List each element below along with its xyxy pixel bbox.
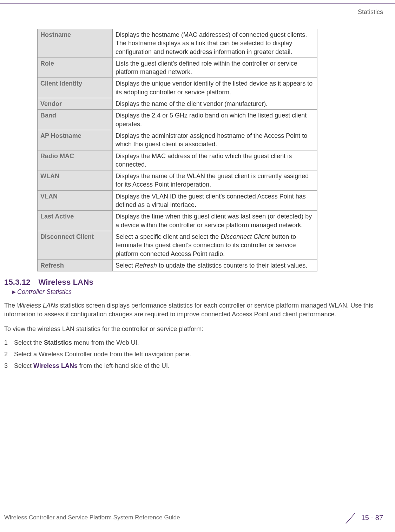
- footer-rule: [4, 508, 383, 508]
- term: Band: [38, 110, 113, 130]
- table-row: Refresh Select Refresh to update the sta…: [38, 260, 317, 271]
- definition: Displays the VLAN ID the guest client's …: [113, 190, 317, 211]
- step-item: Select a Wireless Controller node from t…: [4, 349, 391, 360]
- definition: Select a specific client and select the …: [113, 231, 317, 260]
- section-title: Wireless LANs: [38, 278, 93, 287]
- definition: Select Refresh to update the statistics …: [113, 260, 317, 271]
- page-number: 15 - 87: [345, 512, 383, 524]
- term: VLAN: [38, 190, 113, 211]
- term: WLAN: [38, 170, 113, 191]
- step-item: Select Wireless LANs from the left-hand …: [4, 360, 391, 372]
- definition: Displays the administrator assigned host…: [113, 130, 317, 150]
- term: Vendor: [38, 98, 113, 110]
- term: Refresh: [38, 260, 113, 271]
- running-head: Statistics: [358, 8, 383, 16]
- term: Disconnect Client: [38, 231, 113, 260]
- table-row: Radio MAC Displays the MAC address of th…: [38, 150, 317, 170]
- definition: Displays the time when this guest client…: [113, 211, 317, 231]
- table-row: AP Hostname Displays the administrator a…: [38, 130, 317, 150]
- page-content: Hostname Displays the hostname (MAC addr…: [4, 29, 391, 372]
- table-row: WLAN Displays the name of the WLAN the g…: [38, 170, 317, 191]
- breadcrumb: ▶Controller Statistics: [12, 288, 391, 296]
- page-footer: Wireless Controller and Service Platform…: [4, 508, 383, 524]
- definition: Displays the 2.4 or 5 GHz radio band on …: [113, 110, 317, 130]
- lead-in-paragraph: To view the wireless LAN statistics for …: [4, 325, 391, 334]
- definition: Displays the hostname (MAC addresses) of…: [113, 29, 317, 58]
- term: Hostname: [38, 29, 113, 58]
- table-row: Vendor Displays the name of the client v…: [38, 98, 317, 110]
- definitions-table: Hostname Displays the hostname (MAC addr…: [37, 29, 317, 271]
- definition: Displays the name of the client vendor (…: [113, 98, 317, 110]
- table-row: Last Active Displays the time when this …: [38, 211, 317, 231]
- definition: Lists the guest client's defined role wi…: [113, 58, 317, 78]
- term: AP Hostname: [38, 130, 113, 150]
- top-rule: [0, 4, 395, 4]
- section-heading: 15.3.12 Wireless LANs: [4, 278, 391, 287]
- definition: Displays the unique vendor identity of t…: [113, 78, 317, 98]
- table-row: Band Displays the 2.4 or 5 GHz radio ban…: [38, 110, 317, 130]
- term: Client Identity: [38, 78, 113, 98]
- section-number: 15.3.12: [4, 278, 31, 287]
- intro-paragraph: The Wireless LANs statistics screen disp…: [4, 301, 391, 319]
- svg-line-1: [346, 519, 350, 524]
- steps-list: Select the Statistics menu from the Web …: [4, 337, 391, 372]
- footer-title: Wireless Controller and Service Platform…: [4, 514, 180, 521]
- table-row: Client Identity Displays the unique vend…: [38, 78, 317, 98]
- definition: Displays the MAC address of the radio wh…: [113, 150, 317, 170]
- table-row: Disconnect Client Select a specific clie…: [38, 231, 317, 260]
- table-row: Hostname Displays the hostname (MAC addr…: [38, 29, 317, 58]
- slash-icon: [345, 512, 357, 524]
- table-row: VLAN Displays the VLAN ID the guest clie…: [38, 190, 317, 211]
- definition: Displays the name of the WLAN the guest …: [113, 170, 317, 191]
- breadcrumb-arrow-icon: ▶: [12, 289, 16, 295]
- step-item: Select the Statistics menu from the Web …: [4, 337, 391, 349]
- term: Role: [38, 58, 113, 78]
- term: Last Active: [38, 211, 113, 231]
- table-row: Role Lists the guest client's defined ro…: [38, 58, 317, 78]
- term: Radio MAC: [38, 150, 113, 170]
